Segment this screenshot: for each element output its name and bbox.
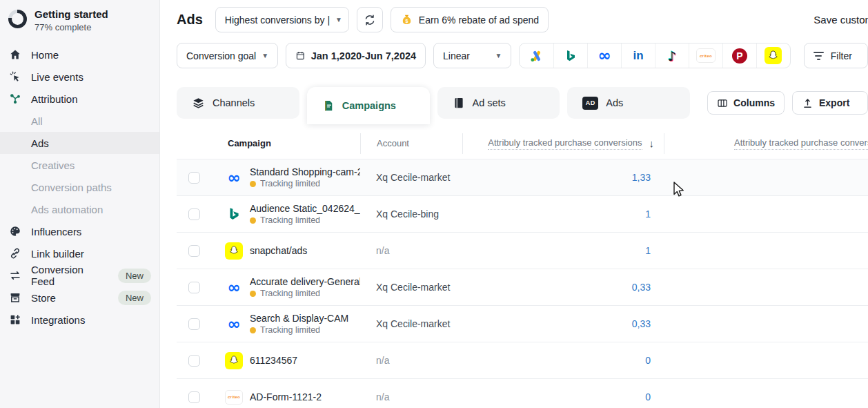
conversions-value[interactable]: 1 <box>462 245 664 256</box>
sidebar-item-attribution[interactable]: Attribution <box>0 88 159 110</box>
refresh-button[interactable] <box>357 7 383 32</box>
campaign-name[interactable]: 611234567 <box>250 355 297 366</box>
sort-by-dropdown[interactable]: Highest conversions by | ▼ <box>215 7 349 32</box>
column-header-account[interactable]: Account <box>360 133 462 154</box>
conversions-value[interactable]: 1 <box>462 208 664 220</box>
bing-filter[interactable] <box>553 43 587 68</box>
campaign-name[interactable]: Search & Display-CAM <box>250 313 348 324</box>
sidebar-item-label: Home <box>31 49 59 61</box>
sidebar-item-live-events[interactable]: Live events <box>0 66 159 88</box>
filter-button[interactable]: Filter <box>804 43 868 68</box>
date-range-picker[interactable]: Jan 1,2020-Jun 7,2024 <box>286 43 426 68</box>
table-row[interactable]: ∞ Standard Shopping-cam-2 Tracking limit… <box>177 159 868 196</box>
row-checkbox[interactable] <box>188 282 200 293</box>
sidebar-item-store[interactable]: Store New <box>0 286 159 309</box>
tracking-status: Tracking limited <box>250 325 348 335</box>
google-ads-icon <box>529 48 544 64</box>
swap-arrows-icon <box>8 269 22 282</box>
table-header: Campaign Account Attribuly tracked purch… <box>177 128 868 159</box>
column-header-campaign[interactable]: Campaign <box>211 138 360 148</box>
campaign-name[interactable]: snapchat/ads <box>250 245 307 256</box>
criteo-icon: criteo <box>696 48 716 63</box>
app-root: Getting started 77% complete Home Live e… <box>0 0 868 408</box>
date-range-value: Jan 1,2020-Jun 7,2024 <box>311 50 416 61</box>
pinterest-filter[interactable]: P <box>722 43 756 68</box>
conversions-value[interactable]: 0 <box>462 355 664 366</box>
campaign-name[interactable]: Standard Shopping-cam-2 <box>250 166 360 177</box>
table-row[interactable]: 611234567 n/a 0 <box>177 342 868 379</box>
ad-badge-icon: AD <box>582 97 598 110</box>
getting-started[interactable]: Getting started 77% complete <box>0 7 159 43</box>
attribution-model-dropdown[interactable]: Linear ▼ <box>433 43 511 68</box>
campaign-name[interactable]: Accurate delivery-General <box>250 276 360 287</box>
conversions-value[interactable]: 0,33 <box>462 282 664 293</box>
table-actions: Columns Export <box>707 87 868 115</box>
row-checkbox[interactable] <box>188 318 200 330</box>
tracking-status: Tracking limited <box>250 289 360 298</box>
getting-started-title: Getting started <box>34 8 108 20</box>
row-checkbox[interactable] <box>188 391 200 403</box>
sidebar-item-creatives[interactable]: Creatives <box>0 154 159 176</box>
getting-started-progress: 77% complete <box>34 22 108 32</box>
new-badge: New <box>118 291 151 305</box>
sidebar-item-integrations[interactable]: Integrations <box>0 309 159 331</box>
sidebar-item-label: Integrations <box>31 314 85 326</box>
campaigns-table: Campaign Account Attribuly tracked purch… <box>177 128 868 408</box>
rebate-button[interactable]: $ Earn 6% rebate of ad spend <box>391 7 549 32</box>
sidebar-item-link-builder[interactable]: Link builder <box>0 242 159 264</box>
table-row[interactable]: Audience Static_042624_1 Tracking limite… <box>177 196 868 233</box>
table-row[interactable]: ∞ Search & Display-CAM Tracking limited … <box>177 306 868 342</box>
criteo-filter[interactable]: criteo <box>689 43 722 68</box>
columns-button[interactable]: Columns <box>707 91 785 115</box>
account-cell: Xq Cecile-market <box>360 282 462 293</box>
table-row[interactable]: criteo AD-Form-1121-2 n/a 0 <box>177 379 868 408</box>
layers-icon <box>192 97 205 110</box>
account-cell: Xq Cecile-market <box>360 318 462 329</box>
export-icon <box>802 97 813 109</box>
meta-icon: ∞ <box>225 280 243 295</box>
tab-channels[interactable]: Channels <box>177 87 299 119</box>
meta-icon: ∞ <box>225 170 243 186</box>
save-custom-link[interactable]: Save custom <box>813 14 868 26</box>
account-cell: Xq Cecile-market <box>360 172 462 183</box>
export-button[interactable]: Export <box>792 91 868 115</box>
snapchat-filter[interactable] <box>756 43 790 68</box>
row-checkbox[interactable] <box>188 355 200 367</box>
account-cell: n/a <box>360 355 462 366</box>
pinterest-icon: P <box>732 48 747 64</box>
sidebar-item-ads[interactable]: Ads <box>0 132 159 154</box>
meta-filter[interactable]: ∞ <box>587 43 621 68</box>
tiktok-filter[interactable]: ♪ <box>655 43 689 68</box>
sort-desc-icon[interactable]: ↓ <box>649 137 655 149</box>
tab-ads[interactable]: AD Ads <box>567 87 690 119</box>
sidebar-item-all[interactable]: All <box>0 110 159 132</box>
row-checkbox[interactable] <box>188 172 200 184</box>
chevron-down-icon: ▼ <box>335 16 342 23</box>
conversions-value[interactable]: 0 <box>462 391 664 402</box>
svg-text:$: $ <box>405 19 408 24</box>
conversion-goal-dropdown[interactable]: Conversion goal ▼ <box>177 43 278 68</box>
campaign-name[interactable]: AD-Form-1121-2 <box>250 391 322 402</box>
sidebar-item-home[interactable]: Home <box>0 43 159 66</box>
tab-campaigns[interactable]: Campaigns <box>307 87 430 124</box>
sidebar-item-conversion-paths[interactable]: Conversion paths <box>0 176 159 198</box>
sidebar-item-label: Conversion Feed <box>31 264 109 287</box>
row-checkbox[interactable] <box>188 245 200 257</box>
sidebar-item-conversion-feed[interactable]: Conversion Feed New <box>0 264 159 286</box>
table-row[interactable]: snapchat/ads n/a 1 <box>177 233 868 269</box>
column-header-conversions-2[interactable]: Attribuly tracked purchase conversi <box>664 133 868 154</box>
sidebar-item-influencers[interactable]: Influencers <box>0 220 159 242</box>
column-header-conversions[interactable]: Attribuly tracked purchase conversions ↓ <box>462 133 664 154</box>
campaign-name[interactable]: Audience Static_042624_1 <box>250 203 360 214</box>
linkedin-filter[interactable]: in <box>621 43 655 68</box>
row-checkbox[interactable] <box>188 208 200 220</box>
table-row[interactable]: ∞ Accurate delivery-General Tracking lim… <box>177 269 868 306</box>
sidebar-item-ads-automation[interactable]: Ads automation <box>0 198 159 220</box>
tiktok-icon: ♪ <box>668 48 676 64</box>
conversions-value[interactable]: 0,33 <box>462 318 664 329</box>
bing-icon <box>225 206 243 222</box>
conversions-value[interactable]: 1,33 <box>462 172 664 183</box>
tab-ad-sets[interactable]: Ad sets <box>437 87 560 119</box>
money-bag-icon: $ <box>400 13 413 26</box>
google-ads-filter[interactable] <box>520 43 553 68</box>
